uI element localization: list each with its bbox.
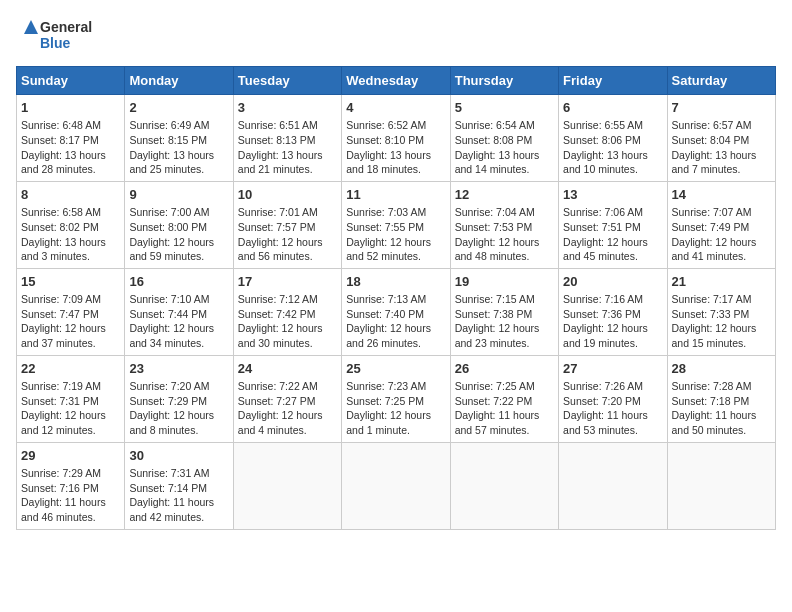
day-info-line: and 8 minutes. — [129, 423, 228, 438]
day-number: 9 — [129, 186, 228, 204]
day-info-line: and 21 minutes. — [238, 162, 337, 177]
day-info-line: and 52 minutes. — [346, 249, 445, 264]
day-info-line: Daylight: 11 hours — [21, 495, 120, 510]
day-info-line: Sunrise: 7:03 AM — [346, 205, 445, 220]
day-number: 17 — [238, 273, 337, 291]
day-info-line: Sunrise: 6:52 AM — [346, 118, 445, 133]
day-info-line: Sunrise: 7:25 AM — [455, 379, 554, 394]
day-info-line: Sunrise: 6:49 AM — [129, 118, 228, 133]
day-info-line: Sunset: 8:17 PM — [21, 133, 120, 148]
day-info-line: Sunset: 8:10 PM — [346, 133, 445, 148]
day-cell: 18Sunrise: 7:13 AMSunset: 7:40 PMDayligh… — [342, 268, 450, 355]
calendar-table: SundayMondayTuesdayWednesdayThursdayFrid… — [16, 66, 776, 530]
day-number: 28 — [672, 360, 771, 378]
day-info-line: and 48 minutes. — [455, 249, 554, 264]
day-cell: 29Sunrise: 7:29 AMSunset: 7:16 PMDayligh… — [17, 442, 125, 529]
day-number: 22 — [21, 360, 120, 378]
day-cell: 8Sunrise: 6:58 AMSunset: 8:02 PMDaylight… — [17, 181, 125, 268]
day-info-line: Sunrise: 7:13 AM — [346, 292, 445, 307]
day-info-line: Sunset: 8:04 PM — [672, 133, 771, 148]
day-info-line: Sunrise: 6:57 AM — [672, 118, 771, 133]
day-number: 8 — [21, 186, 120, 204]
day-info-line: Sunrise: 6:48 AM — [21, 118, 120, 133]
day-info-line: Sunrise: 7:01 AM — [238, 205, 337, 220]
day-info-line: Daylight: 12 hours — [455, 321, 554, 336]
day-info-line: Sunset: 7:33 PM — [672, 307, 771, 322]
day-info-line: Sunset: 8:06 PM — [563, 133, 662, 148]
day-info-line: Sunrise: 7:09 AM — [21, 292, 120, 307]
day-info-line: Sunrise: 7:26 AM — [563, 379, 662, 394]
day-info-line: Sunset: 7:25 PM — [346, 394, 445, 409]
day-info-line: Sunrise: 6:55 AM — [563, 118, 662, 133]
day-number: 29 — [21, 447, 120, 465]
day-info-line: and 10 minutes. — [563, 162, 662, 177]
day-info-line: Daylight: 12 hours — [672, 235, 771, 250]
day-info-line: Sunset: 7:31 PM — [21, 394, 120, 409]
day-info-line: and 18 minutes. — [346, 162, 445, 177]
day-info-line: and 4 minutes. — [238, 423, 337, 438]
day-cell: 13Sunrise: 7:06 AMSunset: 7:51 PMDayligh… — [559, 181, 667, 268]
day-info-line: Sunset: 8:13 PM — [238, 133, 337, 148]
day-info-line: Daylight: 13 hours — [346, 148, 445, 163]
calendar-body: 1Sunrise: 6:48 AMSunset: 8:17 PMDaylight… — [17, 95, 776, 530]
day-info-line: Sunset: 7:55 PM — [346, 220, 445, 235]
day-cell — [342, 442, 450, 529]
column-header-thursday: Thursday — [450, 67, 558, 95]
day-info-line: and 41 minutes. — [672, 249, 771, 264]
day-info-line: Sunrise: 7:12 AM — [238, 292, 337, 307]
day-info-line: Daylight: 12 hours — [21, 321, 120, 336]
day-info-line: and 28 minutes. — [21, 162, 120, 177]
svg-text:Blue: Blue — [40, 35, 71, 51]
day-info-line: Daylight: 12 hours — [563, 321, 662, 336]
week-row-4: 22Sunrise: 7:19 AMSunset: 7:31 PMDayligh… — [17, 355, 776, 442]
day-number: 30 — [129, 447, 228, 465]
column-header-tuesday: Tuesday — [233, 67, 341, 95]
day-info-line: Sunset: 7:14 PM — [129, 481, 228, 496]
day-number: 4 — [346, 99, 445, 117]
day-number: 26 — [455, 360, 554, 378]
day-number: 20 — [563, 273, 662, 291]
day-info-line: and 14 minutes. — [455, 162, 554, 177]
day-info-line: Sunset: 7:29 PM — [129, 394, 228, 409]
day-info-line: Daylight: 12 hours — [238, 235, 337, 250]
day-info-line: Sunrise: 7:28 AM — [672, 379, 771, 394]
day-number: 10 — [238, 186, 337, 204]
day-cell: 6Sunrise: 6:55 AMSunset: 8:06 PMDaylight… — [559, 95, 667, 182]
day-cell: 7Sunrise: 6:57 AMSunset: 8:04 PMDaylight… — [667, 95, 775, 182]
day-info-line: Sunset: 7:47 PM — [21, 307, 120, 322]
day-info-line: and 59 minutes. — [129, 249, 228, 264]
day-cell: 27Sunrise: 7:26 AMSunset: 7:20 PMDayligh… — [559, 355, 667, 442]
column-header-friday: Friday — [559, 67, 667, 95]
day-cell — [559, 442, 667, 529]
day-info-line: Sunset: 7:57 PM — [238, 220, 337, 235]
day-info-line: Sunset: 8:15 PM — [129, 133, 228, 148]
day-info-line: and 12 minutes. — [21, 423, 120, 438]
column-header-saturday: Saturday — [667, 67, 775, 95]
day-info-line: and 25 minutes. — [129, 162, 228, 177]
day-info-line: Sunset: 7:40 PM — [346, 307, 445, 322]
day-info-line: Daylight: 12 hours — [129, 235, 228, 250]
day-info-line: Daylight: 11 hours — [455, 408, 554, 423]
day-cell: 3Sunrise: 6:51 AMSunset: 8:13 PMDaylight… — [233, 95, 341, 182]
day-info-line: and 19 minutes. — [563, 336, 662, 351]
day-cell: 12Sunrise: 7:04 AMSunset: 7:53 PMDayligh… — [450, 181, 558, 268]
day-cell — [233, 442, 341, 529]
day-cell: 21Sunrise: 7:17 AMSunset: 7:33 PMDayligh… — [667, 268, 775, 355]
day-info-line: Sunrise: 7:10 AM — [129, 292, 228, 307]
day-info-line: Daylight: 12 hours — [129, 321, 228, 336]
day-cell: 10Sunrise: 7:01 AMSunset: 7:57 PMDayligh… — [233, 181, 341, 268]
day-info-line: and 3 minutes. — [21, 249, 120, 264]
day-info-line: and 53 minutes. — [563, 423, 662, 438]
day-info-line: Sunrise: 7:16 AM — [563, 292, 662, 307]
day-number: 1 — [21, 99, 120, 117]
day-number: 15 — [21, 273, 120, 291]
day-cell: 25Sunrise: 7:23 AMSunset: 7:25 PMDayligh… — [342, 355, 450, 442]
day-info-line: Daylight: 11 hours — [672, 408, 771, 423]
page-header: GeneralBlue — [16, 16, 776, 56]
day-info-line: Sunrise: 7:31 AM — [129, 466, 228, 481]
day-number: 19 — [455, 273, 554, 291]
day-cell: 9Sunrise: 7:00 AMSunset: 8:00 PMDaylight… — [125, 181, 233, 268]
day-info-line: and 23 minutes. — [455, 336, 554, 351]
day-cell: 23Sunrise: 7:20 AMSunset: 7:29 PMDayligh… — [125, 355, 233, 442]
day-info-line: Sunrise: 7:15 AM — [455, 292, 554, 307]
